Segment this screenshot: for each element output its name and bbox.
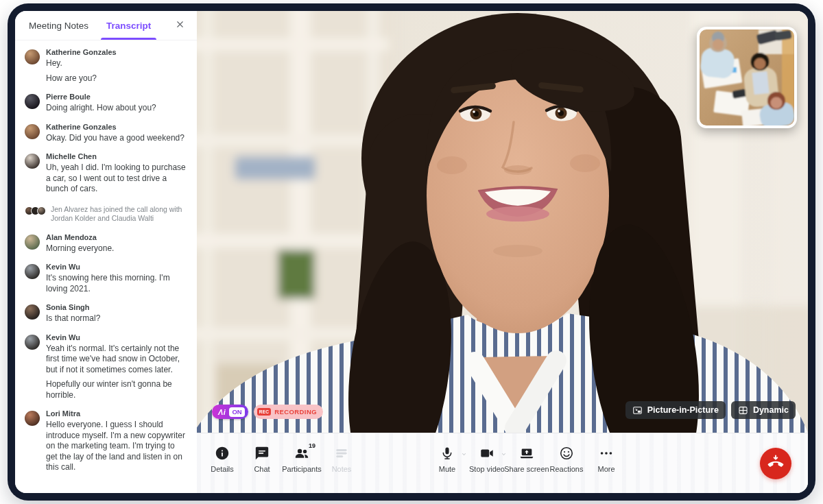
view-mode-buttons: Picture-in-PictureDynamic	[625, 401, 796, 419]
participants-count-badge: 19	[309, 442, 315, 449]
camera-icon	[479, 444, 494, 462]
transcript-message: Alan MendozaMorning everyone.	[25, 233, 187, 254]
transcript-message: Pierre BouleDoing alright. How about you…	[25, 93, 187, 114]
more-icon	[599, 444, 614, 462]
recording-badge: REC RECORDING	[254, 405, 323, 419]
tab-meeting-notes[interactable]: Meeting Notes	[29, 11, 88, 40]
participant-avatar	[37, 206, 46, 215]
message-author: Michelle Chen	[46, 152, 187, 160]
participant-avatar	[25, 264, 40, 279]
control-participants[interactable]: 19Participants	[282, 444, 322, 473]
control-mute[interactable]: Mute	[427, 444, 467, 473]
control-label: Stop video	[469, 465, 505, 473]
control-label: Share screen	[504, 465, 549, 473]
close-icon	[175, 19, 185, 32]
participant-avatar	[25, 154, 40, 169]
pip-icon	[632, 405, 643, 416]
transcript-message: Kevin WuIt's snowing here this morning. …	[25, 263, 187, 294]
control-group-left: DetailsChat19ParticipantsNotes	[202, 444, 361, 473]
control-label: Mute	[439, 465, 455, 473]
info-icon	[215, 444, 230, 462]
system-message: Jen Alvarez has joined the call along wi…	[25, 205, 187, 224]
message-text: Morning everyone.	[46, 243, 114, 254]
recording-label: RECORDING	[274, 408, 317, 416]
transcript-sidebar: Meeting Notes Transcript Katherine Gonza…	[15, 11, 197, 493]
message-author: Lori Mitra	[46, 409, 187, 418]
meeting-app-window: Meeting Notes Transcript Katherine Gonza…	[15, 11, 808, 493]
grid-icon	[738, 405, 748, 416]
control-label: Details	[211, 465, 234, 473]
ai-on-badge: Λi ON	[212, 405, 248, 419]
participants-thumbnail-illustration	[700, 29, 794, 125]
dropdown-caret-icon[interactable]	[502, 452, 505, 455]
control-label: More	[597, 465, 615, 473]
control-more[interactable]: More	[586, 444, 626, 473]
end-call-icon	[767, 453, 785, 473]
message-text: Is that normal?	[46, 313, 100, 324]
view-button-picture-in-picture[interactable]: Picture-in-Picture	[625, 401, 726, 419]
message-author: Sonia Singh	[46, 303, 100, 311]
device-frame: Meeting Notes Transcript Katherine Gonza…	[8, 3, 815, 501]
smiley-icon	[559, 444, 574, 462]
participant-avatar	[25, 304, 40, 320]
message-author: Kevin Wu	[46, 333, 187, 341]
control-group-right: MuteStop videoShare screenReactionsMore	[427, 444, 626, 473]
view-button-dynamic[interactable]: Dynamic	[731, 401, 796, 419]
end-call-button[interactable]	[760, 448, 791, 479]
participant-avatar	[25, 49, 40, 64]
control-share-screen[interactable]: Share screen	[507, 444, 547, 473]
participant-avatar	[25, 235, 40, 250]
message-author: Katherine Gonzales	[46, 123, 184, 131]
control-label: Chat	[254, 465, 270, 473]
dropdown-caret-icon[interactable]	[462, 452, 466, 455]
participant-avatar	[25, 335, 40, 350]
control-details[interactable]: Details	[202, 444, 242, 473]
system-message-text: Jen Alvarez has joined the call along wi…	[51, 205, 187, 224]
view-button-label: Picture-in-Picture	[647, 405, 719, 415]
message-text: It's snowing here this morning. I'm lovi…	[46, 273, 187, 294]
message-author: Kevin Wu	[46, 263, 187, 271]
participants-thumbnail[interactable]	[697, 27, 797, 128]
control-stop-video[interactable]: Stop video	[467, 444, 507, 473]
video-status-badges: Λi ON REC RECORDING	[212, 405, 323, 419]
control-label: Notes	[332, 465, 352, 473]
message-text: Hey.	[46, 58, 117, 69]
transcript-message: Sonia SinghIs that normal?	[25, 303, 187, 324]
message-text: How are you?	[46, 73, 117, 84]
message-text: Hello everyone. I guess I should introdu…	[46, 420, 187, 473]
chat-icon	[254, 444, 270, 462]
main-video-feed: Λi ON REC RECORDING Picture-in-PictureDy…	[197, 11, 808, 433]
transcript-message: Michelle ChenUh, yeah I did. I'm looking…	[25, 152, 187, 195]
page-background: Meeting Notes Transcript Katherine Gonza…	[0, 0, 823, 504]
close-sidebar-button[interactable]	[172, 18, 187, 33]
ai-on-label: ON	[229, 407, 244, 417]
message-text: Doing alright. How about you?	[46, 103, 156, 114]
tab-transcript[interactable]: Transcript	[106, 11, 151, 40]
mic-icon	[440, 444, 455, 462]
participant-avatar	[25, 94, 40, 109]
participant-avatar	[25, 124, 40, 139]
message-text: Hopefully our winter isn't gonna be horr…	[46, 379, 187, 400]
transcript-message: Lori MitraHello everyone. I guess I shou…	[25, 409, 187, 473]
control-reactions[interactable]: Reactions	[547, 444, 586, 473]
notes-icon	[334, 444, 349, 462]
joined-participants-avatars	[25, 206, 46, 224]
message-author: Pierre Boule	[46, 93, 156, 101]
control-label: Reactions	[550, 465, 584, 473]
transcript-message: Katherine GonzalesHey.How are you?	[25, 48, 187, 84]
message-text: Okay. Did you have a good weekend?	[46, 133, 184, 144]
control-chat[interactable]: Chat	[242, 444, 282, 473]
message-text: Uh, yeah I did. I'm looking to purchase …	[46, 163, 187, 195]
transcript-message: Katherine GonzalesOkay. Did you have a g…	[25, 123, 187, 144]
rec-icon: REC	[257, 408, 272, 416]
participant-avatar	[25, 411, 40, 426]
control-notes: Notes	[322, 444, 361, 473]
message-author: Katherine Gonzales	[46, 48, 117, 56]
control-bar: DetailsChat19ParticipantsNotes MuteStop …	[197, 433, 808, 493]
sidebar-header: Meeting Notes Transcript	[15, 11, 197, 40]
ai-logo-icon: Λi	[218, 408, 226, 416]
view-button-label: Dynamic	[753, 405, 789, 415]
transcript-message: Kevin WuYeah it's normal. It's certainly…	[25, 333, 187, 401]
transcript-message-list: Katherine GonzalesHey.How are you?Pierre…	[15, 40, 197, 493]
share-screen-icon	[519, 444, 534, 462]
